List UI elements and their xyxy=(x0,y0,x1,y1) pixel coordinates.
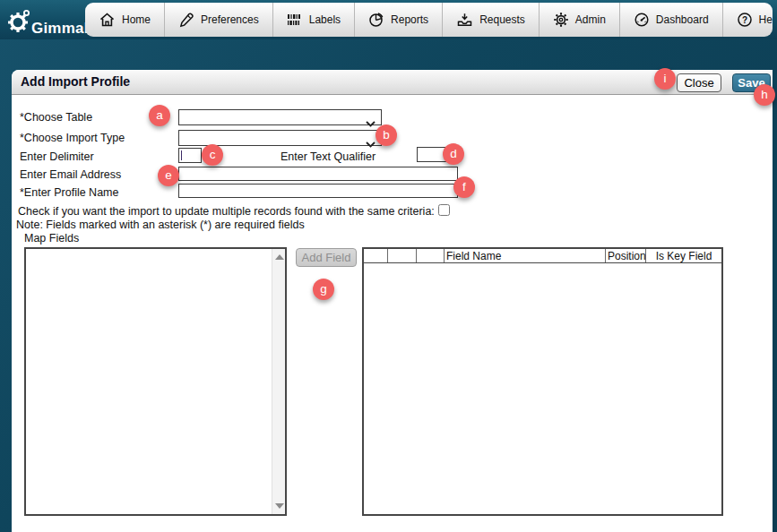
required-fields-note: Note: Fields marked with an asterisk (*)… xyxy=(16,219,305,231)
pie-chart-icon xyxy=(368,12,384,28)
toolbar-button-label: Labels xyxy=(309,13,341,26)
annotation-badge-a: a xyxy=(149,105,170,126)
page-title: Add Import Profile xyxy=(21,74,130,89)
choose-table-select[interactable] xyxy=(178,109,382,125)
available-fields-listbox[interactable] xyxy=(24,247,287,516)
table-header-blank-1 xyxy=(364,249,388,262)
toolbar-button-requests[interactable]: Requests xyxy=(443,3,540,37)
inbox-tray-icon xyxy=(456,12,473,28)
toolbar-button-help[interactable]: ? Help xyxy=(723,3,773,37)
text-qualifier-label: Enter Text Qualifier xyxy=(281,150,376,163)
toolbar-button-reports[interactable]: Reports xyxy=(355,3,443,37)
profile-name-input[interactable] xyxy=(178,184,458,198)
toolbar-button-home[interactable]: Home xyxy=(85,3,165,37)
text-cursor xyxy=(181,150,182,160)
annotation-badge-d: d xyxy=(443,143,464,165)
update-multiple-label: Check if you want the import to update m… xyxy=(18,205,435,218)
annotation-badge-h: h xyxy=(754,84,775,106)
email-input[interactable] xyxy=(178,167,458,181)
map-fields-label: Map Fields xyxy=(24,232,79,245)
choose-import-type-select[interactable] xyxy=(178,130,382,146)
toolbar-button-label: Help xyxy=(759,13,773,26)
toolbar-button-admin[interactable]: Admin xyxy=(540,3,620,37)
table-header-is-key-field: Is Key Field xyxy=(646,249,721,262)
table-header-blank-2 xyxy=(388,249,417,262)
add-field-button[interactable]: Add Field xyxy=(296,248,357,267)
toolbar-button-label: Requests xyxy=(479,13,525,26)
toolbar-button-preferences[interactable]: Preferences xyxy=(165,3,273,37)
gauge-icon xyxy=(634,12,650,28)
table-header-blank-3 xyxy=(417,249,445,262)
email-label: Enter Email Address xyxy=(20,168,121,181)
mapped-fields-table: Field Name Position Is Key Field xyxy=(362,247,723,516)
question-mark-icon: ? xyxy=(737,12,753,28)
scroll-up-icon[interactable] xyxy=(275,254,284,260)
brand-logo[interactable]: Gimmal xyxy=(5,5,89,39)
profile-name-label: *Enter Profile Name xyxy=(20,186,118,199)
brand-name: Gimmal xyxy=(31,20,89,38)
annotation-badge-c: c xyxy=(202,144,223,166)
toolbar-button-label: Reports xyxy=(391,13,428,26)
toolbar-button-dashboard[interactable]: Dashboard xyxy=(620,3,723,37)
annotation-badge-e: e xyxy=(158,165,179,186)
home-icon xyxy=(99,12,116,28)
listbox-scrollbar[interactable] xyxy=(272,249,285,514)
toolbar-button-labels[interactable]: Labels xyxy=(273,3,355,37)
toolbar-button-label: Home xyxy=(122,13,151,26)
update-multiple-checkbox[interactable] xyxy=(438,204,450,216)
close-button[interactable]: Close xyxy=(677,73,721,92)
toolbar-button-label: Admin xyxy=(575,13,606,26)
annotation-badge-f: f xyxy=(453,176,475,198)
gear-icon xyxy=(553,12,569,28)
chevron-down-icon xyxy=(366,115,376,131)
svg-text:?: ? xyxy=(742,15,747,25)
annotation-badge-g: g xyxy=(313,279,334,300)
toolbar-button-label: Preferences xyxy=(201,13,259,26)
top-navbar: Gimmal Home Preferences Labels xyxy=(0,0,777,39)
choose-table-label: *Choose Table xyxy=(20,111,92,124)
table-header-position: Position xyxy=(606,249,646,262)
annotation-badge-i: i xyxy=(654,68,676,90)
delimiter-label: Enter Delimiter xyxy=(20,150,94,163)
annotation-badge-b: b xyxy=(376,124,397,146)
barcode-icon xyxy=(287,12,303,28)
scroll-down-icon[interactable] xyxy=(275,503,284,509)
table-header-field-name: Field Name xyxy=(445,249,606,262)
pencil-icon xyxy=(178,12,194,28)
main-toolbar: Home Preferences Labels Reports xyxy=(85,3,773,37)
chevron-down-icon xyxy=(366,135,376,151)
page: Gimmal Home Preferences Labels xyxy=(0,0,777,532)
choose-import-type-label: *Choose Import Type xyxy=(20,132,125,144)
table-header-row: Field Name Position Is Key Field xyxy=(364,249,721,263)
toolbar-button-label: Dashboard xyxy=(656,13,709,26)
